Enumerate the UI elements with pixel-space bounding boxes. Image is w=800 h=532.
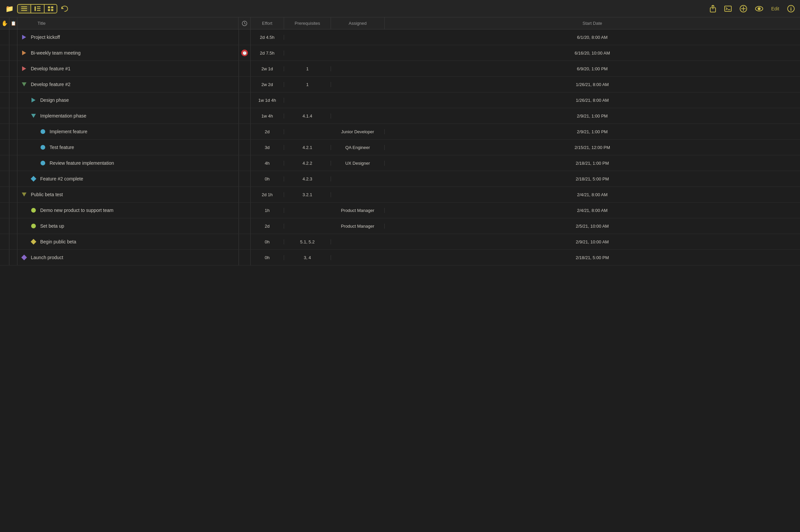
effort-cell: 0h [250, 240, 284, 244]
task-type-icon [39, 143, 47, 151]
column-headers: ✋ 📋 Title Effort Prerequisites Assigned … [0, 17, 800, 30]
task-type-icon [30, 238, 38, 246]
effort-cell: 1h [250, 208, 284, 213]
table-row[interactable]: Set beta up 2d Product Manager 2/5/21, 1… [0, 218, 800, 234]
task-name: Begin public beta [40, 239, 76, 244]
startdate-cell: 2/9/21, 10:00 AM [385, 240, 800, 244]
grid-view-button[interactable] [44, 5, 57, 13]
clock-cell [239, 124, 250, 139]
effort-cell: 0h [250, 176, 284, 182]
table-row[interactable]: Bi-weekly team meeting 🕐 2d 7.5h 6/16/20… [0, 45, 800, 61]
task-title-cell: Test feature [17, 140, 239, 154]
svg-rect-0 [21, 6, 27, 7]
svg-point-18 [758, 7, 760, 10]
clock-cell [239, 187, 250, 202]
task-title-cell: Implementation phase [17, 109, 239, 122]
effort-cell: 2d 7.5h [250, 51, 284, 56]
assigned-cell: Product Manager [331, 208, 385, 213]
startdate-cell: 2/4/21, 8:00 AM [385, 192, 800, 197]
table-row[interactable]: Develop feature #1 2w 1d 1 6/9/20, 1:00 … [0, 61, 800, 77]
svg-rect-1 [21, 8, 27, 9]
task-title-cell: Develop feature #1 [17, 62, 239, 75]
effort-cell: 2d 4.5h [250, 35, 284, 40]
startdate-cell: 2/18/21, 5:00 PM [385, 176, 800, 182]
task-name: Implement feature [50, 129, 88, 134]
table-row[interactable]: Demo new product to support team 1h Prod… [0, 203, 800, 218]
startdate-cell: 2/18/21, 5:00 PM [385, 255, 800, 260]
prerequisites-cell: 4.2.3 [284, 176, 331, 182]
assigned-cell: UX Designer [331, 161, 385, 166]
table-row[interactable]: Project kickoff 2d 4.5h 6/1/20, 8:00 AM [0, 30, 800, 45]
edit-button[interactable]: Edit [770, 5, 781, 12]
toolbar-left: 📁 [4, 3, 69, 14]
startdate-cell: 2/9/21, 1:00 PM [385, 114, 800, 118]
task-name: Feature #2 complete [40, 176, 83, 182]
effort-cell: 4h [250, 161, 284, 166]
add-button[interactable] [738, 4, 748, 13]
effort-cell: 2d [250, 224, 284, 229]
assigned-cell: Junior Developer [331, 129, 385, 134]
table-row[interactable]: Public beta test 2d 1h 3.2.1 2/4/21, 8:0… [0, 187, 800, 203]
folder-button[interactable]: 📁 [4, 3, 15, 14]
startdate-cell: 2/9/21, 1:00 PM [385, 129, 800, 134]
task-type-icon [30, 96, 38, 104]
startdate-cell: 6/16/20, 10:00 AM [385, 51, 800, 56]
table-row[interactable]: Test feature 3d 4.2.1 QA Engineer 2/15/2… [0, 139, 800, 155]
task-type-icon [20, 190, 28, 198]
table-row[interactable]: Feature #2 complete 0h 4.2.3 2/18/21, 5:… [0, 171, 800, 187]
table-row[interactable]: Implementation phase 1w 4h 4.1.4 2/9/21,… [0, 108, 800, 124]
svg-rect-7 [48, 6, 50, 8]
table-row[interactable]: Launch product 0h 3, 4 2/18/21, 5:00 PM [0, 250, 800, 266]
task-list: Project kickoff 2d 4.5h 6/1/20, 8:00 AM … [0, 30, 800, 532]
task-title-cell: Begin public beta [17, 235, 239, 248]
task-type-icon [39, 128, 47, 136]
clock-cell [239, 77, 250, 92]
effort-cell: 3d [250, 145, 284, 150]
eye-button[interactable] [754, 5, 764, 12]
table-row[interactable]: Design phase 1w 1d 4h 1/26/21, 8:00 AM [0, 92, 800, 108]
clock-cell [239, 203, 250, 218]
svg-point-21 [790, 7, 791, 7]
prerequisites-cell: 4.1.4 [284, 114, 331, 118]
task-name: Develop feature #2 [31, 82, 70, 87]
table-row[interactable]: Develop feature #2 2w 2d 1 1/26/21, 8:00… [0, 77, 800, 92]
detail-view-button[interactable] [31, 5, 44, 13]
task-name: Project kickoff [31, 35, 60, 40]
clock-cell [239, 92, 250, 108]
col-header-startdate: Start Date [385, 17, 800, 29]
table-row[interactable]: Review feature implementation 4h 4.2.2 U… [0, 155, 800, 171]
table-row[interactable]: Implement feature 2d Junior Developer 2/… [0, 124, 800, 139]
undo-button[interactable] [59, 5, 69, 13]
startdate-cell: 2/15/21, 12:00 PM [385, 145, 800, 150]
svg-rect-10 [51, 9, 54, 11]
task-type-icon [20, 49, 28, 57]
table-row[interactable]: Begin public beta 0h 5.1, 5.2 2/9/21, 10… [0, 234, 800, 250]
col-header-title: Title [17, 17, 239, 29]
startdate-cell: 1/26/21, 8:00 AM [385, 82, 800, 87]
effort-cell: 2d 1h [250, 192, 284, 197]
list-view-button[interactable] [18, 5, 31, 13]
svg-rect-4 [37, 6, 40, 7]
clock-cell [239, 30, 250, 45]
prerequisites-cell: 5.1, 5.2 [284, 240, 331, 244]
share-button[interactable] [708, 4, 718, 13]
clock-cell: 🕐 [239, 45, 250, 61]
clock-cell [239, 234, 250, 249]
task-type-icon [30, 112, 38, 120]
task-title-cell: Feature #2 complete [17, 172, 239, 186]
task-name: Public beta test [31, 192, 63, 197]
task-title-cell: Implement feature [17, 125, 239, 138]
effort-cell: 1w 4h [250, 114, 284, 118]
col-header-prerequisites: Prerequisites [284, 17, 331, 29]
prerequisites-cell: 3.2.1 [284, 192, 331, 197]
clock-cell [239, 250, 250, 265]
svg-rect-5 [37, 8, 40, 9]
task-name: Design phase [40, 97, 69, 103]
col-header-effort: Effort [250, 17, 284, 29]
terminal-button[interactable] [723, 5, 733, 13]
svg-rect-6 [37, 10, 40, 11]
svg-rect-12 [725, 6, 731, 12]
task-name: Demo new product to support team [40, 208, 114, 213]
toolbar-right: Edit [708, 4, 796, 13]
info-button[interactable] [786, 4, 796, 13]
